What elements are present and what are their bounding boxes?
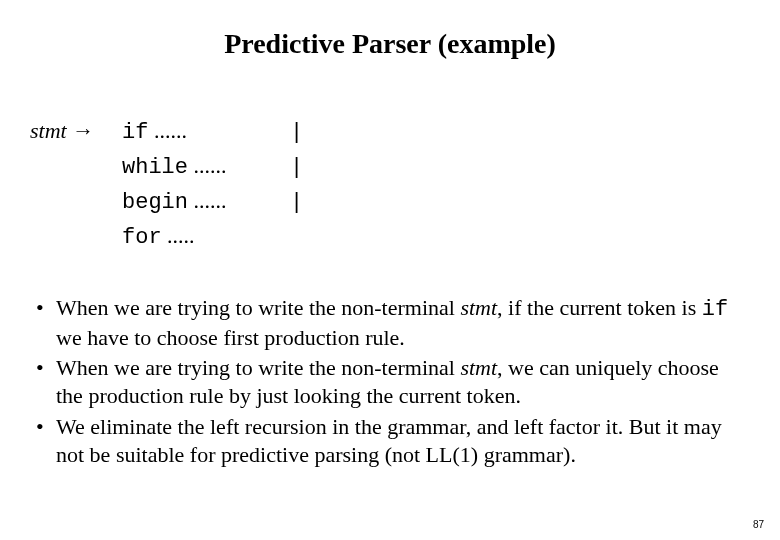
pipe: | <box>290 186 320 219</box>
grammar-block: stmt → if ...... | stmt → while ...... |… <box>30 114 750 254</box>
keyword-if: if <box>702 297 728 322</box>
arrow-icon: → <box>67 118 95 143</box>
nonterminal-stmt: stmt <box>460 295 497 320</box>
keyword-begin: begin <box>122 190 188 215</box>
grammar-rule: for ..... <box>122 219 290 254</box>
keyword-for: for <box>122 225 162 250</box>
nonterminal-stmt: stmt <box>460 355 497 380</box>
pipe: | <box>290 116 320 149</box>
bullet-text: When we are trying to write the non-term… <box>56 355 460 380</box>
bullet-text: , if the current token is <box>497 295 702 320</box>
page-number: 87 <box>753 519 764 530</box>
grammar-rule: while ...... <box>122 149 290 184</box>
grammar-row: stmt → begin ...... | <box>30 184 750 219</box>
grammar-rule: if ...... <box>122 114 290 149</box>
bullet-item: When we are trying to write the non-term… <box>30 294 750 352</box>
dots: ..... <box>162 223 195 248</box>
slide: Predictive Parser (example) stmt → if ..… <box>0 0 780 540</box>
dots: ...... <box>188 153 227 178</box>
grammar-row: stmt → while ...... | <box>30 149 750 184</box>
nonterminal-stmt: stmt <box>30 118 67 143</box>
dots: ...... <box>188 188 227 213</box>
bullet-text: we have to choose first production rule. <box>56 325 405 350</box>
keyword-if: if <box>122 120 148 145</box>
bullet-text: When we are trying to write the non-term… <box>56 295 460 320</box>
bullet-item: We eliminate the left recursion in the g… <box>30 413 750 469</box>
bullet-item: When we are trying to write the non-term… <box>30 354 750 410</box>
bullet-text: We eliminate the left recursion in the g… <box>56 414 722 467</box>
slide-title: Predictive Parser (example) <box>30 28 750 60</box>
bullet-list: When we are trying to write the non-term… <box>30 294 750 469</box>
keyword-while: while <box>122 155 188 180</box>
dots: ...... <box>148 118 187 143</box>
grammar-lhs: stmt → <box>30 114 122 147</box>
grammar-row: stmt → if ...... | <box>30 114 750 149</box>
grammar-rule: begin ...... <box>122 184 290 219</box>
pipe: | <box>290 151 320 184</box>
grammar-row: stmt → for ..... <box>30 219 750 254</box>
